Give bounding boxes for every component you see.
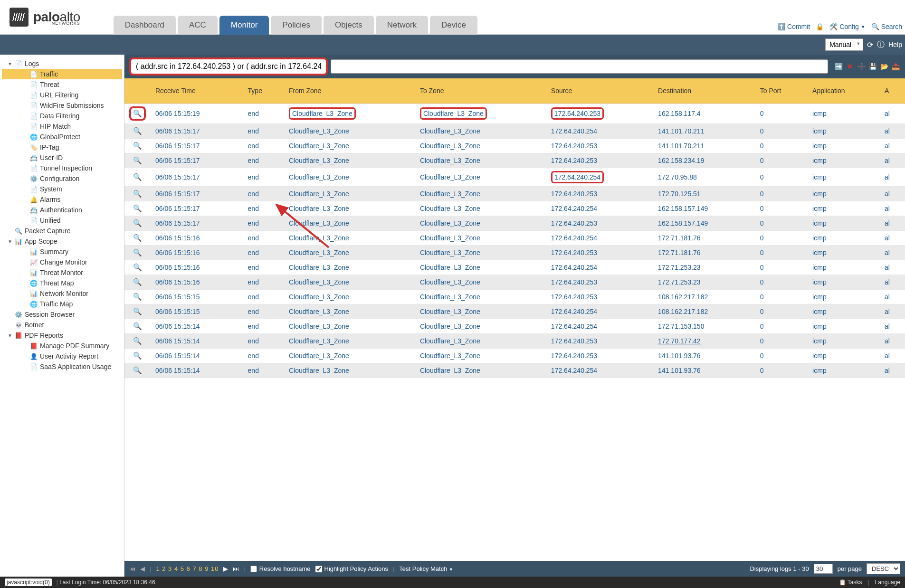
log-detail-icon[interactable]: 🔍 bbox=[133, 248, 142, 256]
cell-to-zone[interactable]: Cloudflare_L3_Zone bbox=[415, 124, 546, 139]
cell-application[interactable]: icmp bbox=[808, 304, 880, 319]
tasks-button[interactable]: 📋 Tasks bbox=[839, 579, 862, 586]
cell-destination[interactable]: 162.158.117.4 bbox=[653, 104, 755, 124]
cell-from-zone[interactable]: Cloudflare_L3_Zone bbox=[284, 275, 415, 290]
column-header[interactable]: Receive Time bbox=[151, 78, 243, 104]
tab-device[interactable]: Device bbox=[430, 16, 477, 35]
cell-to-zone[interactable]: Cloudflare_L3_Zone bbox=[415, 231, 546, 246]
filter-apply-icon[interactable]: ➡️ bbox=[834, 62, 843, 71]
cell-type[interactable]: end bbox=[243, 139, 284, 153]
log-detail-icon[interactable]: 🔍 bbox=[133, 109, 142, 117]
cell-source[interactable]: 172.64.240.253 bbox=[546, 334, 653, 349]
sidebar-item-tunnel-inspection[interactable]: 📄Tunnel Inspection bbox=[2, 163, 122, 173]
log-detail-icon[interactable]: 🔍 bbox=[133, 278, 142, 286]
cell-source[interactable]: 172.64.240.253 bbox=[546, 139, 653, 153]
cell-receive-time[interactable]: 06/06 15:15:14 bbox=[151, 363, 243, 378]
cell-type[interactable]: end bbox=[243, 104, 284, 124]
cell-destination[interactable]: 172.71.181.76 bbox=[653, 231, 755, 246]
tab-acc[interactable]: ACC bbox=[178, 16, 218, 35]
cell-to-port[interactable]: 0 bbox=[755, 304, 808, 319]
sidebar-item-logs[interactable]: ▼📄Logs bbox=[2, 58, 122, 69]
cell-receive-time[interactable]: 06/06 15:15:17 bbox=[151, 201, 243, 216]
resolve-hostname-checkbox[interactable]: Resolve hostname bbox=[250, 565, 311, 572]
cell-from-zone[interactable]: Cloudflare_L3_Zone bbox=[284, 124, 415, 139]
cell-destination[interactable]: 172.70.177.42 bbox=[653, 334, 755, 349]
cell-destination[interactable]: 172.71.253.23 bbox=[653, 275, 755, 290]
column-header[interactable]: To Zone bbox=[415, 78, 546, 104]
page-last-icon[interactable]: ⏭ bbox=[233, 565, 239, 572]
cell-action[interactable]: al bbox=[880, 104, 905, 124]
cell-from-zone[interactable]: Cloudflare_L3_Zone bbox=[284, 153, 415, 168]
cell-type[interactable]: end bbox=[243, 231, 284, 246]
page-numbers[interactable]: 1 2 3 4 5 6 7 8 9 10 bbox=[156, 565, 219, 572]
cell-receive-time[interactable]: 06/06 15:15:16 bbox=[151, 246, 243, 260]
filter-export-icon[interactable]: 📤 bbox=[891, 62, 900, 71]
log-detail-icon[interactable]: 🔍 bbox=[133, 293, 142, 301]
cell-to-port[interactable]: 0 bbox=[755, 201, 808, 216]
cell-action[interactable]: al bbox=[880, 319, 905, 334]
cell-receive-time[interactable]: 06/06 15:15:14 bbox=[151, 349, 243, 363]
sidebar-item-network-monitor[interactable]: 📊Network Monitor bbox=[2, 288, 122, 299]
cell-source[interactable]: 172.64.240.254 bbox=[546, 260, 653, 275]
cell-action[interactable]: al bbox=[880, 334, 905, 349]
cell-to-zone[interactable]: Cloudflare_L3_Zone bbox=[415, 246, 546, 260]
cell-source[interactable]: 172.64.240.254 bbox=[546, 168, 653, 187]
cell-to-zone[interactable]: Cloudflare_L3_Zone bbox=[415, 153, 546, 168]
sidebar-item-threat-map[interactable]: 🌐Threat Map bbox=[2, 278, 122, 288]
cell-to-port[interactable]: 0 bbox=[755, 139, 808, 153]
log-detail-icon[interactable]: 🔍 bbox=[133, 366, 142, 374]
sidebar-item-pdf-reports[interactable]: ▼📕PDF Reports bbox=[2, 330, 122, 341]
cell-action[interactable]: al bbox=[880, 290, 905, 304]
sidebar-item-user-activity-report[interactable]: 👤User Activity Report bbox=[2, 351, 122, 361]
cell-type[interactable]: end bbox=[243, 363, 284, 378]
cell-to-port[interactable]: 0 bbox=[755, 246, 808, 260]
cell-from-zone[interactable]: Cloudflare_L3_Zone bbox=[284, 104, 415, 124]
cell-type[interactable]: end bbox=[243, 290, 284, 304]
sidebar-item-ip-tag[interactable]: 🏷️IP-Tag bbox=[2, 142, 122, 152]
cell-to-port[interactable]: 0 bbox=[755, 290, 808, 304]
cell-action[interactable]: al bbox=[880, 124, 905, 139]
column-header[interactable]: Application bbox=[808, 78, 880, 104]
config-dropdown[interactable]: 🛠️Config ▼ bbox=[829, 23, 865, 30]
cell-to-port[interactable]: 0 bbox=[755, 231, 808, 246]
help-label[interactable]: Help bbox=[888, 41, 902, 48]
filter-query-input[interactable] bbox=[131, 59, 326, 74]
cell-application[interactable]: icmp bbox=[808, 124, 880, 139]
cell-to-port[interactable]: 0 bbox=[755, 334, 808, 349]
cell-application[interactable]: icmp bbox=[808, 246, 880, 260]
cell-from-zone[interactable]: Cloudflare_L3_Zone bbox=[284, 231, 415, 246]
tab-monitor[interactable]: Monitor bbox=[219, 16, 269, 35]
cell-type[interactable]: end bbox=[243, 334, 284, 349]
cell-action[interactable]: al bbox=[880, 168, 905, 187]
lock-icon[interactable]: 🔒 bbox=[816, 23, 824, 30]
cell-to-port[interactable]: 0 bbox=[755, 349, 808, 363]
cell-action[interactable]: al bbox=[880, 201, 905, 216]
cell-to-zone[interactable]: Cloudflare_L3_Zone bbox=[415, 275, 546, 290]
search-button[interactable]: 🔍Search bbox=[871, 23, 902, 30]
cell-application[interactable]: icmp bbox=[808, 363, 880, 378]
language-button[interactable]: Language bbox=[875, 579, 900, 586]
cell-receive-time[interactable]: 06/06 15:15:17 bbox=[151, 139, 243, 153]
cell-receive-time[interactable]: 06/06 15:15:15 bbox=[151, 304, 243, 319]
sidebar-item-app-scope[interactable]: ▼📊App Scope bbox=[2, 236, 122, 247]
cell-destination[interactable]: 162.158.157.149 bbox=[653, 201, 755, 216]
refresh-icon[interactable]: ⟳ bbox=[867, 40, 873, 49]
sidebar-item-hip-match[interactable]: 📄HIP Match bbox=[2, 121, 122, 132]
log-detail-icon[interactable]: 🔍 bbox=[133, 337, 142, 345]
cell-receive-time[interactable]: 06/06 15:15:17 bbox=[151, 153, 243, 168]
cell-to-zone[interactable]: Cloudflare_L3_Zone bbox=[415, 349, 546, 363]
log-detail-icon[interactable]: 🔍 bbox=[133, 234, 142, 242]
cell-from-zone[interactable]: Cloudflare_L3_Zone bbox=[284, 319, 415, 334]
log-detail-icon[interactable]: 🔍 bbox=[133, 173, 142, 181]
cell-to-port[interactable]: 0 bbox=[755, 275, 808, 290]
cell-type[interactable]: end bbox=[243, 260, 284, 275]
tab-dashboard[interactable]: Dashboard bbox=[114, 16, 176, 35]
cell-to-zone[interactable]: Cloudflare_L3_Zone bbox=[415, 334, 546, 349]
cell-from-zone[interactable]: Cloudflare_L3_Zone bbox=[284, 260, 415, 275]
cell-to-port[interactable]: 0 bbox=[755, 216, 808, 231]
log-detail-icon[interactable]: 🔍 bbox=[133, 307, 142, 315]
cell-source[interactable]: 172.64.240.254 bbox=[546, 304, 653, 319]
tab-policies[interactable]: Policies bbox=[271, 16, 322, 35]
cell-destination[interactable]: 172.70.95.88 bbox=[653, 168, 755, 187]
column-header[interactable]: A bbox=[880, 78, 905, 104]
